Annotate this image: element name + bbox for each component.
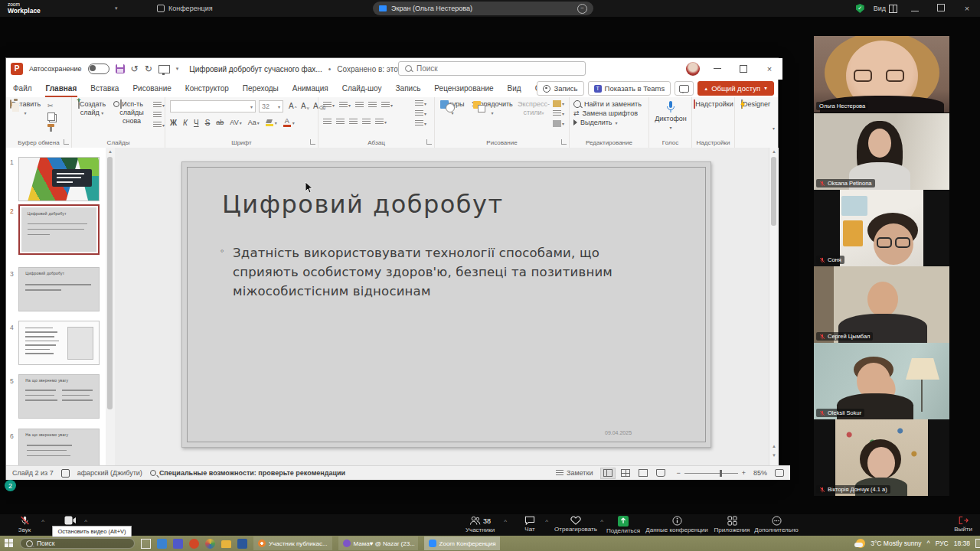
italic-button[interactable]: К [183, 119, 188, 127]
reset-slide-button[interactable] [153, 112, 162, 119]
zoom-control[interactable]: − + [676, 469, 746, 477]
increase-font-icon[interactable]: A^ [286, 102, 299, 110]
reuse-slides-button[interactable]: Исп-ть слайды снова [111, 100, 152, 126]
font-size-combo[interactable]: 32▾ [259, 100, 283, 112]
slide-thumbnail-1[interactable] [18, 157, 100, 201]
window-restore-button[interactable] [933, 4, 949, 13]
tab-transitions[interactable]: Переходы [236, 80, 286, 97]
decrease-indent-icon[interactable] [355, 102, 364, 109]
notification-center-icon[interactable] [975, 539, 980, 548]
clipboard-dialog-launcher[interactable] [64, 139, 69, 145]
text-direction-button[interactable]: ▾ [415, 100, 426, 107]
highlight-color-button[interactable]: ▾ [266, 119, 277, 126]
editor-scrollbar[interactable]: ▲ ▲ ▼ [769, 148, 779, 465]
present-in-teams-button[interactable]: T Показать в Teams [588, 81, 671, 96]
participant-tile-3[interactable]: Соня [814, 190, 949, 266]
designer-button[interactable]: Designer [737, 100, 775, 109]
strikethrough-button[interactable]: S [205, 119, 211, 127]
reading-view-button[interactable] [635, 468, 651, 479]
cut-icon[interactable]: ✂ [47, 102, 55, 109]
slideshow-button[interactable] [653, 468, 668, 479]
bullets-button[interactable]: ▾ [323, 102, 335, 109]
columns-button[interactable]: ▾ [375, 119, 387, 126]
meeting-info-button[interactable]: Данные конференции [642, 516, 712, 533]
taskbar-app-icon[interactable] [205, 539, 215, 549]
character-spacing-button[interactable]: AV▾ [230, 119, 241, 126]
share-document-button[interactable]: ▲ Общий доступ ▲ [697, 81, 774, 96]
autosave-toggle[interactable] [88, 64, 109, 74]
justify-icon[interactable] [362, 119, 371, 126]
audio-button[interactable]: Звук ^ [8, 516, 41, 533]
increase-indent-icon[interactable] [368, 102, 377, 109]
editor-scrollbar-thumb[interactable] [771, 157, 776, 226]
apps-button[interactable]: Приложения [709, 516, 755, 533]
language-indicator[interactable]: РУС [936, 540, 949, 547]
user-avatar[interactable] [686, 62, 700, 76]
tab-design[interactable]: Конструктор [178, 80, 236, 97]
new-slide-button[interactable]: + Создать слайд ▾ [74, 100, 109, 118]
taskbar-app-icon[interactable] [237, 539, 247, 549]
quick-access-chevron-icon[interactable]: ▾ [176, 66, 179, 72]
align-text-button[interactable]: ▾ [415, 110, 426, 117]
decrease-font-icon[interactable]: Av [299, 102, 312, 110]
video-chevron-icon[interactable]: ^ [84, 518, 87, 525]
ppt-minimize-button[interactable] [704, 58, 730, 79]
slide-bullet-text[interactable]: Здатність використовувати технології спо… [233, 243, 619, 301]
start-button[interactable] [5, 539, 14, 548]
align-right-icon[interactable] [349, 119, 358, 126]
slide-sorter-view-button[interactable] [618, 468, 633, 479]
leave-button[interactable]: Выйти [949, 516, 977, 533]
more-button[interactable]: Дополнительно [749, 516, 804, 533]
ppt-search-box[interactable]: Поиск [398, 61, 586, 76]
scroll-up-icon[interactable]: ▲ [106, 149, 115, 154]
zoom-in-icon[interactable]: + [742, 469, 746, 477]
record-button[interactable]: Запись [537, 81, 583, 96]
tab-slideshow[interactable]: Слайд-шоу [335, 80, 389, 97]
ribbon-collapse-chevron-icon[interactable]: ▾ [773, 126, 775, 131]
smartart-button[interactable]: ▾ [415, 120, 426, 127]
tab-home[interactable]: Главная [39, 80, 84, 97]
tab-record[interactable]: Запись [389, 80, 428, 97]
slide-canvas[interactable]: Цифровий добробут ◦ Здатність використов… [181, 161, 711, 448]
underline-button[interactable]: Ч [194, 119, 199, 127]
slide-thumbnail-4[interactable] [18, 321, 100, 365]
accessibility-status[interactable]: Специальные возможности: проверьте реком… [150, 469, 345, 477]
video-button[interactable]: ^ [55, 516, 86, 525]
participants-button[interactable]: 38 Участники ^ [456, 516, 504, 533]
zoom-slider[interactable] [684, 473, 738, 474]
weather-label[interactable]: 3°C Mostly sunny [871, 540, 921, 547]
zoom-percentage[interactable]: 85% [753, 469, 767, 477]
window-close-button[interactable]: × [959, 4, 975, 13]
tab-file[interactable]: Файл [6, 80, 39, 97]
previous-slide-icon[interactable]: ▲ [769, 444, 779, 448]
chat-chevron-icon[interactable]: ^ [545, 518, 548, 525]
shapes-button[interactable]: Фигуры▾ [436, 100, 469, 118]
brand-chevron-icon[interactable]: ▾ [115, 5, 118, 11]
font-color-button[interactable]: А▾ [283, 118, 295, 127]
redo-icon[interactable]: ↻ [145, 64, 152, 74]
comments-button[interactable] [675, 81, 694, 96]
numbering-button[interactable]: ▾ [339, 102, 351, 109]
view-button[interactable]: Вид [874, 5, 897, 13]
replace-fonts-button[interactable]: ⇄ Замена шрифтов [573, 109, 642, 117]
shape-effects-button[interactable]: ▾ [553, 120, 564, 127]
shape-fill-button[interactable]: ▾ [553, 100, 564, 107]
audio-chevron-icon[interactable]: ^ [41, 518, 44, 525]
bold-button[interactable]: Ж [170, 119, 177, 127]
tab-review[interactable]: Рецензирование [427, 80, 500, 97]
next-slide-icon[interactable]: ▼ [769, 453, 779, 458]
tab-insert[interactable]: Вставка [83, 80, 126, 97]
taskbar-folder-icon[interactable] [221, 540, 231, 548]
participant-tile-1[interactable]: Ольга Нестерова [814, 36, 949, 112]
participants-chevron-icon[interactable]: ^ [504, 518, 507, 525]
line-spacing-button[interactable]: ▾ [381, 102, 393, 109]
slide-thumbnail-3[interactable]: Цифровий добробут [18, 267, 100, 311]
screen-share-tab[interactable]: Экран (Ольга Нестерова) − [373, 2, 593, 15]
minimize-share-icon[interactable]: − [577, 4, 587, 14]
drawing-dialog-launcher[interactable] [561, 139, 567, 145]
tray-expand-chevron-icon[interactable]: ^ [926, 540, 929, 547]
dictate-button[interactable]: Диктофон▾ [651, 100, 691, 132]
format-painter-icon[interactable] [47, 124, 54, 127]
font-name-combo[interactable]: ▾ [170, 100, 256, 112]
start-presentation-icon[interactable] [158, 65, 170, 73]
